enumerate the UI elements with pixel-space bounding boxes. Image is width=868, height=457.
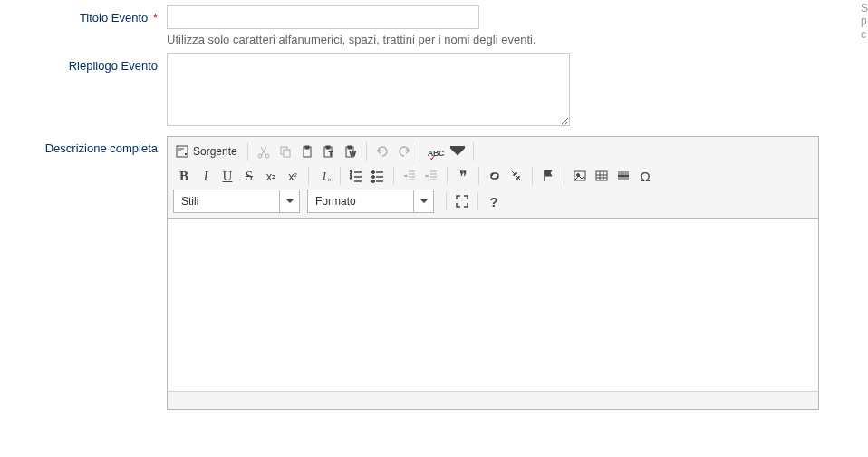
flag-icon [541, 169, 555, 183]
side-text-3: c [861, 28, 864, 41]
cut-button[interactable] [253, 141, 275, 162]
svg-text:2: 2 [350, 174, 352, 180]
unlink-button[interactable] [506, 165, 527, 187]
hr-icon [616, 169, 631, 183]
unlink-icon [509, 169, 524, 183]
specialchar-button[interactable]: Ω [634, 165, 656, 187]
descrizione-label-text: Descrizione completa [45, 141, 158, 155]
styles-combo-arrow[interactable] [280, 190, 300, 213]
cut-icon [256, 144, 271, 159]
bold-button[interactable]: B [173, 165, 195, 187]
svg-rect-0 [177, 146, 188, 157]
format-combo-arrow[interactable] [414, 190, 434, 213]
descrizione-label: Descrizione completa [0, 136, 167, 155]
titolo-label-text: Titolo Evento [80, 11, 148, 24]
copy-button[interactable] [275, 141, 296, 162]
link-icon [487, 169, 502, 183]
table-button[interactable] [591, 165, 612, 187]
riepilogo-label: Riepilogo Evento [0, 53, 167, 73]
outdent-icon [402, 169, 417, 183]
link-button[interactable] [484, 165, 506, 187]
table-icon [594, 169, 609, 183]
titolo-label: Titolo Evento * [0, 5, 167, 24]
source-button[interactable]: Sorgente [173, 141, 243, 162]
indent-icon [424, 169, 439, 183]
svg-point-17 [372, 180, 375, 183]
titolo-input[interactable] [167, 5, 479, 29]
copy-icon [278, 144, 293, 159]
titolo-help-text: Utilizza solo caratteri alfanumerici, sp… [167, 33, 868, 46]
svg-rect-6 [305, 146, 309, 149]
redo-button[interactable] [393, 141, 415, 162]
image-button[interactable] [569, 165, 591, 187]
paste-icon [300, 144, 314, 159]
numbered-list-button[interactable]: 12 [345, 165, 367, 187]
superscript-button[interactable]: x² [282, 165, 304, 187]
rich-editor: Sorgente T W [167, 136, 819, 410]
svg-point-15 [372, 171, 375, 174]
help-button[interactable]: ? [483, 190, 505, 212]
italic-button[interactable]: I [195, 165, 217, 187]
svg-rect-4 [284, 150, 290, 157]
source-button-label: Sorgente [193, 145, 237, 158]
riepilogo-label-text: Riepilogo Evento [69, 59, 158, 73]
paste-text-icon: T [322, 144, 336, 159]
svg-text:W: W [350, 151, 356, 157]
styles-combo-label: Stili [181, 195, 198, 208]
side-text-2: p [861, 15, 864, 27]
paste-text-button[interactable]: T [318, 141, 340, 162]
styles-combo[interactable]: Stili [173, 190, 300, 213]
chevron-down-icon [420, 199, 428, 204]
ul-icon [371, 169, 385, 183]
editor-content-area[interactable] [168, 219, 818, 391]
outdent-button[interactable] [399, 165, 420, 187]
format-combo[interactable]: Formato [307, 190, 434, 213]
hr-button[interactable] [612, 165, 634, 187]
anchor-button[interactable] [537, 165, 559, 187]
chevron-down-icon [286, 199, 294, 204]
underline-button[interactable]: U [217, 165, 238, 187]
quote-icon: ❞ [459, 168, 468, 185]
svg-point-16 [372, 176, 375, 179]
spellcheck-icon: ABC✓ [428, 145, 445, 159]
svg-text:T: T [329, 151, 333, 157]
source-icon [175, 144, 189, 159]
ol-icon: 12 [349, 169, 363, 183]
spellcheck-button[interactable]: ABC✓ [425, 141, 448, 162]
side-text-1: S [861, 2, 864, 15]
svg-rect-20 [596, 171, 607, 180]
subscript-button[interactable]: x₂ [260, 165, 282, 187]
bullet-list-button[interactable] [367, 165, 389, 187]
redo-icon [397, 144, 411, 159]
required-marker: * [153, 11, 158, 24]
undo-button[interactable] [371, 141, 393, 162]
riepilogo-textarea[interactable] [167, 53, 570, 126]
blockquote-button[interactable]: ❞ [452, 165, 474, 187]
paste-word-icon: W [343, 144, 358, 159]
strike-button[interactable]: S [238, 165, 260, 187]
paste-button[interactable] [296, 141, 318, 162]
remove-format-button[interactable]: I× [313, 165, 335, 187]
side-panel-fragment: S p c [857, 0, 868, 43]
omega-icon: Ω [640, 169, 650, 184]
dropdown-caret-icon [450, 144, 465, 159]
undo-icon [375, 144, 390, 159]
svg-rect-11 [348, 146, 352, 149]
image-icon [573, 169, 587, 183]
editor-footer [168, 391, 818, 409]
maximize-button[interactable] [451, 190, 473, 212]
maximize-icon [455, 194, 469, 209]
svg-rect-8 [326, 146, 330, 149]
spellcheck-dropdown[interactable] [447, 141, 468, 162]
format-combo-label: Formato [315, 195, 356, 208]
help-icon: ? [489, 194, 497, 209]
paste-word-button[interactable]: W [340, 141, 362, 162]
editor-toolbar: Sorgente T W [168, 137, 818, 219]
indent-button[interactable] [420, 165, 442, 187]
